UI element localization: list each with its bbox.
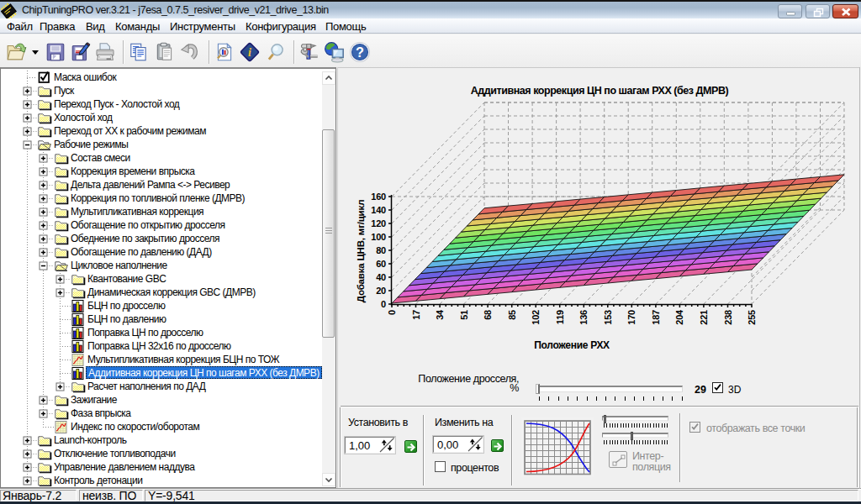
- svg-text:80: 80: [376, 245, 386, 255]
- svg-text:100: 100: [371, 232, 386, 242]
- svg-text:17: 17: [411, 310, 421, 320]
- svg-text:102: 102: [531, 310, 541, 325]
- svg-text:Добавка ЦНВ, мг/цикл: Добавка ЦНВ, мг/цикл: [356, 200, 366, 303]
- svg-text:68: 68: [483, 310, 493, 320]
- svg-text:187: 187: [651, 310, 661, 325]
- svg-text:51: 51: [459, 310, 469, 320]
- svg-text:204: 204: [674, 309, 684, 325]
- svg-text:Положение РХХ: Положение РХХ: [534, 339, 610, 351]
- svg-text:160: 160: [371, 192, 386, 202]
- svg-text:153: 153: [603, 310, 613, 325]
- svg-text:?: ?: [356, 45, 364, 60]
- svg-text:170: 170: [626, 310, 637, 325]
- svg-text:255: 255: [747, 310, 757, 325]
- svg-text:140: 140: [371, 205, 386, 215]
- svg-text:34: 34: [435, 309, 445, 320]
- svg-text:Аддитивная коррекция ЦН по шаг: Аддитивная коррекция ЦН по шагам РХХ (бе…: [471, 85, 729, 97]
- svg-text:60: 60: [376, 259, 386, 269]
- svg-text:120: 120: [371, 218, 386, 228]
- svg-text:221: 221: [699, 310, 709, 325]
- svg-text:0: 0: [381, 299, 386, 309]
- svg-text:20: 20: [376, 286, 386, 296]
- svg-text:136: 136: [578, 310, 589, 325]
- svg-text:85: 85: [507, 310, 517, 320]
- svg-text:i: i: [248, 45, 251, 59]
- svg-text:238: 238: [723, 310, 733, 325]
- svg-text:119: 119: [555, 310, 565, 324]
- svg-text:40: 40: [376, 272, 386, 282]
- svg-text:0: 0: [387, 310, 397, 315]
